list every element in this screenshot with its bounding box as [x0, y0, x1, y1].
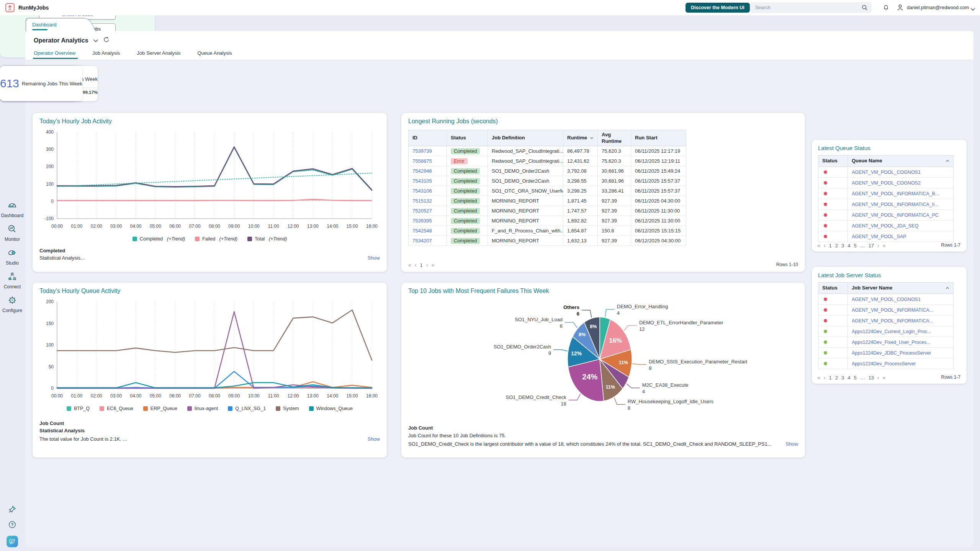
pin-icon[interactable] [8, 505, 16, 515]
page-number[interactable]: 4 [847, 243, 850, 249]
queue-name-link[interactable]: AGENT_VM_POOL_INFORMATICA_II... [852, 202, 939, 207]
job-id-link[interactable]: 7542548 [412, 228, 432, 234]
legend-item[interactable]: ERP_Queue [143, 406, 177, 411]
page-number[interactable]: 1 [829, 243, 831, 249]
page-number[interactable]: 3 [841, 243, 844, 249]
job-server-name-link[interactable]: AGENT_VM_POOL_COGNOS1 [852, 297, 921, 302]
legend-item[interactable]: Windows_Queue [309, 406, 353, 411]
job-id-link[interactable]: 7539395 [412, 218, 432, 224]
legend-item[interactable]: BTP_Q [67, 406, 90, 411]
queue-name-link[interactable]: AGENT_VM_POOL_JDA_SEQ [852, 223, 918, 229]
last-page-button[interactable]: » [431, 262, 434, 268]
tab-queue-analysis[interactable]: Queue Analysis [198, 50, 232, 59]
notifications-bell-icon[interactable] [882, 4, 890, 13]
legend-item[interactable]: System [276, 406, 299, 411]
next-page-button[interactable]: › [877, 242, 879, 249]
ai-assistant-button[interactable] [7, 536, 18, 547]
last-page-button[interactable]: » [883, 374, 886, 381]
page-number[interactable]: … [860, 243, 865, 249]
user-menu-chevron-down-icon[interactable] [970, 6, 975, 13]
first-page-button[interactable]: « [408, 262, 411, 268]
column-header-status[interactable]: Status [818, 283, 848, 294]
tab-job-server-analysis[interactable]: Job Server Analysis [137, 50, 180, 59]
search-input[interactable] [755, 2, 855, 13]
show-link[interactable]: Show [367, 436, 380, 442]
sidebar-item-configure[interactable]: Configure [0, 295, 25, 313]
queue-name-link[interactable]: AGENT_VM_POOL_SAP [852, 234, 906, 239]
page-number[interactable]: 5 [854, 243, 856, 249]
column-header-job-definition[interactable]: Job Definition [488, 130, 563, 146]
next-page-button[interactable]: › [426, 262, 428, 268]
job-server-name-link[interactable]: Apps1224Dev_Current_Login_Proc... [852, 329, 931, 334]
page-number[interactable]: 4 [847, 375, 850, 381]
page-number[interactable]: 13 [869, 375, 874, 381]
job-server-name-link[interactable]: Apps1224Dev_ProcessServer [852, 361, 916, 366]
column-header-run-start[interactable]: Run Start [631, 130, 686, 146]
legend-item[interactable]: Completed (+Trend) [133, 236, 185, 242]
legend-item[interactable]: EC6_Queue [100, 406, 133, 411]
prev-page-button[interactable]: ‹ [824, 374, 826, 381]
avg-runtime-cell: 927.39 [598, 236, 631, 246]
column-header-status[interactable]: Status [818, 155, 848, 167]
help-icon[interactable]: ? [8, 520, 16, 530]
page-number[interactable]: 1 [829, 375, 831, 381]
first-page-button[interactable]: « [817, 374, 820, 381]
first-page-button[interactable]: « [817, 242, 820, 249]
page-number[interactable]: 2 [835, 243, 838, 249]
job-server-name-link[interactable]: Apps1224Dev_JDBC_ProcessServer [852, 350, 931, 356]
page-number[interactable]: … [860, 375, 865, 381]
job-server-name-link[interactable]: Apps1224Dev_Fixed_User_Proces... [852, 340, 931, 345]
legend-item[interactable]: Failed (+Trend) [195, 236, 237, 242]
job-id-link[interactable]: 7515132 [412, 198, 432, 204]
column-header-avg-runtime[interactable]: Avg Runtime [598, 130, 631, 146]
sidebar-item-studio[interactable]: Studio [0, 248, 25, 266]
user-avatar-icon[interactable] [896, 3, 904, 13]
sidebar-item-dashboard[interactable]: Dashboard [0, 200, 25, 218]
show-link[interactable]: Show [785, 441, 798, 447]
pagination: « ‹ 12345…13 › » [817, 374, 886, 381]
page-number[interactable]: 2 [835, 375, 838, 381]
refresh-icon[interactable] [103, 36, 110, 44]
queue-name-link[interactable]: AGENT_VM_POOL_COGNOS1 [852, 170, 921, 175]
page-number[interactable]: 5 [854, 375, 856, 381]
search-icon[interactable] [861, 4, 868, 12]
job-server-name-link[interactable]: AGENT_VM_POOL_INFORMATICA... [852, 307, 933, 313]
legend-item[interactable]: Q_LNX_SG_1 [228, 406, 266, 411]
job-server-name-link[interactable]: AGENT_VM_POOL_INFORMATICA... [852, 318, 933, 324]
job-id-link[interactable]: 7534207 [412, 238, 432, 244]
tab-operator-overview[interactable]: Operator Overview [34, 50, 75, 59]
page-number[interactable]: 1 [420, 262, 422, 268]
job-id-link[interactable]: 7558875 [412, 158, 432, 164]
job-id-link[interactable]: 7543106 [412, 188, 432, 194]
next-page-button[interactable]: › [877, 374, 879, 381]
user-email[interactable]: daniel.pitman@redwood.com [907, 5, 969, 10]
column-header-id[interactable]: ID [409, 130, 447, 146]
job-id-link[interactable]: 7539739 [412, 148, 432, 154]
column-header-runtime[interactable]: Runtime [563, 130, 598, 146]
last-page-button[interactable]: » [883, 242, 886, 249]
page-number[interactable]: 17 [869, 243, 874, 249]
tab-job-analysis[interactable]: Job Analysis [92, 50, 120, 59]
column-header-job-server-name[interactable]: Job Server Name [848, 283, 953, 294]
sidebar-item-connect[interactable]: Connect [0, 271, 25, 289]
dashboard-select-chevron-down-icon[interactable] [93, 37, 98, 44]
queue-activity-line-chart: 20015010050000:0001:0002:0003:0004:0005:… [39, 299, 380, 403]
column-header-status[interactable]: Status [447, 130, 488, 146]
legend-item[interactable]: Total (+Trend) [247, 236, 287, 242]
job-id-link[interactable]: 7543105 [412, 178, 432, 184]
queue-name-link[interactable]: AGENT_VM_POOL_INFORMATICA_PC [852, 213, 939, 218]
job-id-link[interactable]: 7520527 [412, 208, 432, 214]
workspace-tab-dashboard[interactable]: Dashboard [26, 18, 84, 31]
show-link[interactable]: Show [367, 255, 380, 261]
queue-name-link[interactable]: AGENT_VM_POOL_COGNOS2 [852, 180, 921, 186]
job-id-link[interactable]: 7542946 [412, 168, 432, 174]
queue-name-link[interactable]: AGENT_VM_POOL_INFORMATICA_B... [852, 191, 939, 196]
footer-heading: Completed [39, 248, 380, 253]
page-number[interactable]: 3 [841, 375, 844, 381]
prev-page-button[interactable]: ‹ [824, 242, 826, 249]
legend-item[interactable]: linux-agent [187, 406, 218, 411]
prev-page-button[interactable]: ‹ [415, 262, 417, 268]
discover-modern-ui-button[interactable]: Discover the Modern UI [686, 3, 750, 13]
column-header-queue-name[interactable]: Queue Name [848, 155, 953, 167]
sidebar-item-monitor[interactable]: Monitor [0, 224, 25, 242]
